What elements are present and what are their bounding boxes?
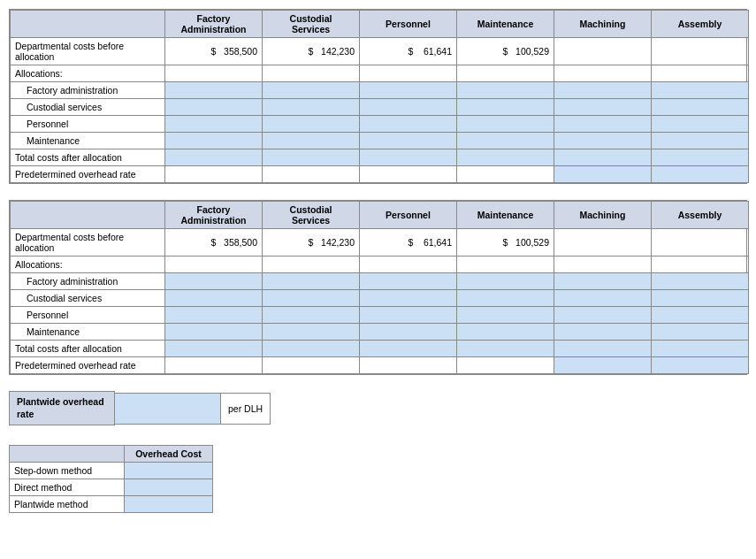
row-label: Allocations: xyxy=(11,65,165,82)
input-cell[interactable] xyxy=(457,99,554,116)
input-cell[interactable] xyxy=(652,357,749,374)
input-cell[interactable] xyxy=(652,116,749,133)
input-cell[interactable] xyxy=(457,133,554,149)
cell-value xyxy=(554,38,652,65)
col-header-machining-1: Machining xyxy=(554,11,652,38)
input-cell[interactable] xyxy=(263,341,360,357)
col-header-maintenance-2: Maintenance xyxy=(457,202,554,229)
cell-value: $ 358,500 xyxy=(165,229,263,257)
allocation-table-2: FactoryAdministration CustodialServices … xyxy=(9,200,747,375)
input-cell[interactable] xyxy=(554,341,652,357)
input-cell[interactable] xyxy=(652,341,749,357)
input-cell[interactable] xyxy=(360,324,457,341)
input-cell[interactable] xyxy=(165,116,263,133)
input-cell[interactable] xyxy=(360,116,457,133)
input-cell[interactable] xyxy=(554,357,652,374)
input-cell[interactable] xyxy=(457,290,554,307)
col-header-empty-2 xyxy=(11,202,165,229)
input-cell[interactable] xyxy=(360,99,457,116)
input-cell[interactable] xyxy=(263,324,360,341)
input-cell[interactable] xyxy=(652,273,749,290)
input-cell[interactable] xyxy=(360,149,457,166)
input-cell[interactable] xyxy=(360,307,457,324)
input-cell[interactable] xyxy=(360,133,457,149)
row-label: Custodial services xyxy=(11,290,165,307)
row-label: Total costs after allocation xyxy=(11,341,165,357)
input-cell[interactable] xyxy=(457,341,554,357)
input-cell[interactable] xyxy=(457,82,554,99)
plantwide-input[interactable] xyxy=(115,393,221,425)
input-cell[interactable] xyxy=(457,149,554,166)
input-cell[interactable] xyxy=(652,324,749,341)
input-cell[interactable] xyxy=(652,166,749,183)
cell-value xyxy=(652,229,749,257)
input-cell[interactable] xyxy=(652,307,749,324)
input-cell[interactable] xyxy=(165,341,263,357)
input-cell[interactable] xyxy=(263,133,360,149)
input-cell[interactable] xyxy=(165,99,263,116)
cell-value xyxy=(652,65,749,82)
overhead-input-plantwide[interactable] xyxy=(125,496,213,513)
input-cell[interactable] xyxy=(457,324,554,341)
table-row: Step-down method xyxy=(10,463,213,479)
input-cell[interactable] xyxy=(554,133,652,149)
input-cell[interactable] xyxy=(263,273,360,290)
input-cell[interactable] xyxy=(165,82,263,99)
cell-value: $ 100,529 xyxy=(457,229,554,257)
input-cell[interactable] xyxy=(554,166,652,183)
input-cell[interactable] xyxy=(360,290,457,307)
input-cell[interactable] xyxy=(554,149,652,166)
input-cell[interactable] xyxy=(360,82,457,99)
cell-value xyxy=(457,166,554,183)
input-cell[interactable] xyxy=(263,290,360,307)
input-cell[interactable] xyxy=(165,307,263,324)
table-row: Departmental costs before allocation $ 3… xyxy=(11,38,749,65)
input-cell[interactable] xyxy=(652,82,749,99)
overhead-cost-section: Overhead Cost Step-down method Direct me… xyxy=(9,445,747,513)
cell-value xyxy=(360,357,457,374)
input-cell[interactable] xyxy=(457,116,554,133)
input-cell[interactable] xyxy=(263,116,360,133)
col-header-machining-2: Machining xyxy=(554,202,652,229)
input-cell[interactable] xyxy=(554,324,652,341)
table-row: Total costs after allocation xyxy=(11,341,749,357)
input-cell[interactable] xyxy=(360,273,457,290)
cell-value: $ 61,641 xyxy=(360,38,457,65)
input-cell[interactable] xyxy=(554,290,652,307)
input-cell[interactable] xyxy=(263,149,360,166)
table-row: Maintenance xyxy=(11,133,749,149)
input-cell[interactable] xyxy=(457,273,554,290)
input-cell[interactable] xyxy=(263,99,360,116)
input-cell[interactable] xyxy=(165,324,263,341)
row-label: Departmental costs before allocation xyxy=(11,38,165,65)
overhead-input-step-down[interactable] xyxy=(125,463,213,479)
input-cell[interactable] xyxy=(652,133,749,149)
input-cell[interactable] xyxy=(554,82,652,99)
input-cell[interactable] xyxy=(360,341,457,357)
overhead-input-direct[interactable] xyxy=(125,479,213,496)
table-row: Custodial services xyxy=(11,99,749,116)
input-cell[interactable] xyxy=(652,99,749,116)
input-cell[interactable] xyxy=(457,307,554,324)
input-cell[interactable] xyxy=(554,116,652,133)
input-cell[interactable] xyxy=(165,290,263,307)
plantwide-label: Plantwide overhead rate xyxy=(9,391,115,425)
input-cell[interactable] xyxy=(165,149,263,166)
input-cell[interactable] xyxy=(554,307,652,324)
input-cell[interactable] xyxy=(554,99,652,116)
input-cell[interactable] xyxy=(165,133,263,149)
input-cell[interactable] xyxy=(165,273,263,290)
row-label: Factory administration xyxy=(11,82,165,99)
table-row: Allocations: xyxy=(11,65,749,82)
input-cell[interactable] xyxy=(652,149,749,166)
input-cell[interactable] xyxy=(554,273,652,290)
cell-value: $ 61,641 xyxy=(360,229,457,257)
input-cell[interactable] xyxy=(263,307,360,324)
table-row: Predetermined overhead rate xyxy=(11,166,749,183)
cell-value xyxy=(457,65,554,82)
input-cell[interactable] xyxy=(263,82,360,99)
cell-value xyxy=(457,357,554,374)
cell-value xyxy=(263,257,360,273)
input-cell[interactable] xyxy=(652,290,749,307)
row-label: Predetermined overhead rate xyxy=(11,357,165,374)
